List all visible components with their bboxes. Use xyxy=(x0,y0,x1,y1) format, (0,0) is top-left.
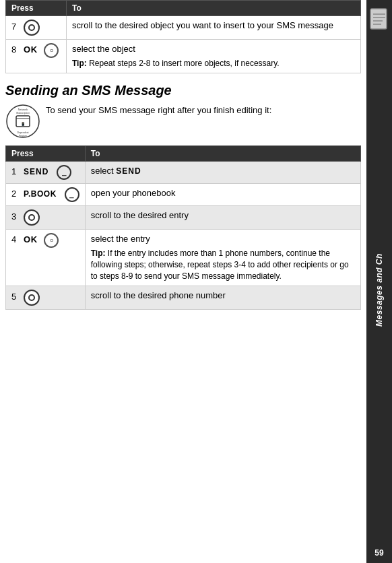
step-3-press: 3 xyxy=(6,205,86,229)
step-8-ok-key: OK xyxy=(24,44,38,55)
step-5-description: scroll to the desired phone number xyxy=(85,286,360,309)
table-row: 2 P.BOOK ⎯ open your phonebook xyxy=(6,183,361,205)
main-table-header-to: To xyxy=(85,145,360,161)
step-4-ok-key: OK xyxy=(24,234,38,244)
step-5-number: 5 xyxy=(11,292,16,302)
step-4-tip: Tip: If the entry includes more than 1 p… xyxy=(91,248,355,282)
feature-area: Network /Subscription 📱 Dependent Featur… xyxy=(5,104,361,139)
step-1-number: 1 xyxy=(11,166,16,176)
feature-intro-text: To send your SMS message right after you… xyxy=(46,104,271,117)
scroll-inner-5 xyxy=(28,294,35,301)
right-sidebar: Messages and Ch 59 xyxy=(366,0,392,563)
scroll-icon-7 xyxy=(24,20,40,36)
step-8-number: 8 xyxy=(11,44,16,55)
step-4-press: 4 OK ○ xyxy=(6,229,86,286)
pbook-icon-2: ⎯ xyxy=(65,187,79,202)
sidebar-envelope-icon xyxy=(368,5,391,32)
step-5-press: 5 xyxy=(6,286,86,309)
step-8-description-cell: select the object Tip: Repeat steps 2-8 … xyxy=(67,40,361,73)
top-table-header-press: Press xyxy=(6,1,67,16)
step-7-number: 7 xyxy=(11,22,16,32)
step-1-send-label: SEND xyxy=(116,166,141,176)
table-row: 1 SEND ⎯ select SEND xyxy=(6,161,361,183)
table-row: 7 scroll to the desired object you want … xyxy=(6,16,361,40)
svg-text:Feature: Feature xyxy=(19,135,27,137)
table-row: 8 OK ○ select the object Tip: Repeat ste… xyxy=(6,40,361,73)
table-row: 3 scroll to the desired entry xyxy=(6,205,361,229)
step-1-description: select SEND xyxy=(85,161,360,183)
sidebar-chapter-title: Messages and Ch xyxy=(374,32,384,548)
svg-text:/Subscription: /Subscription xyxy=(16,112,30,114)
pbook-key-2: P.BOOK xyxy=(24,189,57,199)
scroll-inner-7 xyxy=(28,24,35,31)
top-table: Press To 7 scroll to the desired object … xyxy=(5,0,361,73)
scroll-icon-5 xyxy=(24,290,40,306)
send-icon-1: ⎯ xyxy=(57,165,71,180)
network-feature-badge: Network /Subscription 📱 Dependent Featur… xyxy=(5,104,40,139)
step-8-description: select the object xyxy=(72,44,135,54)
svg-rect-8 xyxy=(370,9,387,29)
scroll-icon-3 xyxy=(24,209,40,226)
step-3-number: 3 xyxy=(11,211,16,222)
main-table: Press To 1 SEND ⎯ select SEND xyxy=(5,145,361,310)
section-heading: Sending an SMS Message xyxy=(5,83,361,98)
step-2-description: open your phonebook xyxy=(85,183,360,205)
table-row: 5 scroll to the desired phone number xyxy=(6,286,361,309)
step-7-description: scroll to the desired object you want to… xyxy=(67,16,361,40)
step-2-press: 2 P.BOOK ⎯ xyxy=(6,183,86,205)
ok-icon-4: ○ xyxy=(44,233,59,248)
main-content: Press To 7 scroll to the desired object … xyxy=(0,0,366,563)
send-key-1: SEND xyxy=(24,167,48,176)
ok-icon-8: ○ xyxy=(44,43,59,58)
step-8-press: 8 OK ○ xyxy=(6,40,67,73)
svg-text:Network: Network xyxy=(18,108,28,111)
step-7-press: 7 xyxy=(6,16,67,40)
top-table-header-to: To xyxy=(67,1,361,16)
main-table-header-press: Press xyxy=(6,145,86,161)
step-8-tip: Tip: Repeat steps 2-8 to insert more obj… xyxy=(72,58,355,69)
step-4-description: select the entry xyxy=(91,234,150,244)
page-number: 59 xyxy=(374,548,383,558)
step-2-number: 2 xyxy=(11,189,16,199)
table-row: 4 OK ○ select the entry Tip: If the entr… xyxy=(6,229,361,286)
step-4-description-cell: select the entry Tip: If the entry inclu… xyxy=(85,229,360,286)
svg-text:Dependent: Dependent xyxy=(17,131,28,134)
step-3-description: scroll to the desired entry xyxy=(85,205,360,229)
scroll-inner-3 xyxy=(28,214,35,221)
svg-text:📱: 📱 xyxy=(21,122,26,127)
step-1-press: 1 SEND ⎯ xyxy=(6,161,86,183)
step-4-number: 4 xyxy=(11,234,16,244)
